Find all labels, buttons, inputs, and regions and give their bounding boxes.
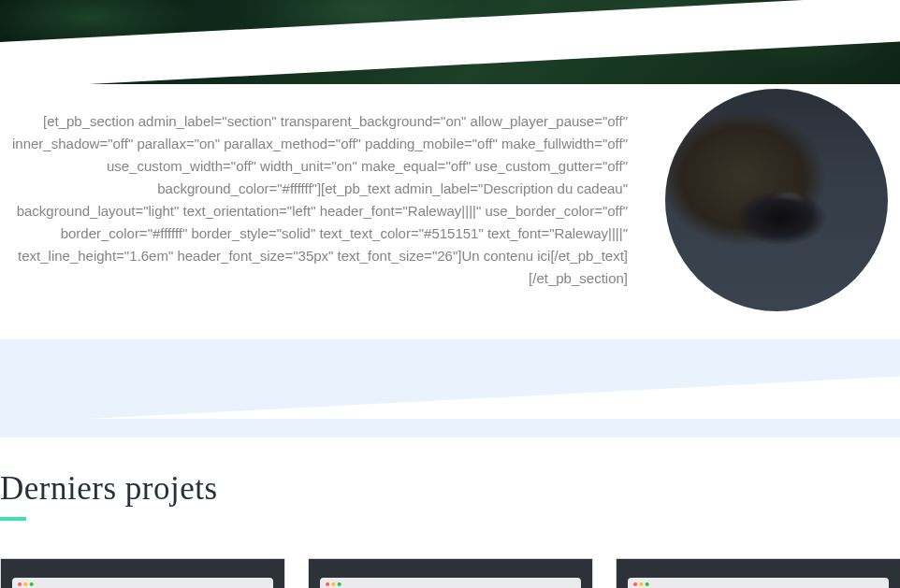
- heading-underline: [0, 517, 26, 521]
- browser-chrome-icon: [12, 578, 273, 588]
- circular-image-platypus: [665, 89, 888, 311]
- project-card[interactable]: [616, 558, 900, 588]
- projects-heading: Derniers projets: [0, 470, 900, 508]
- project-card[interactable]: [308, 558, 593, 588]
- browser-chrome-icon: [628, 578, 889, 588]
- browser-chrome-icon: [320, 578, 581, 588]
- project-cards-row: [0, 558, 900, 588]
- project-card[interactable]: [0, 558, 285, 588]
- shortcode-text-block: [et_pb_section admin_label="section" tra…: [5, 110, 628, 290]
- projects-section: Derniers projets: [0, 437, 900, 588]
- content-section: [et_pb_section admin_label="section" tra…: [0, 89, 900, 339]
- blue-spacer: [0, 419, 900, 437]
